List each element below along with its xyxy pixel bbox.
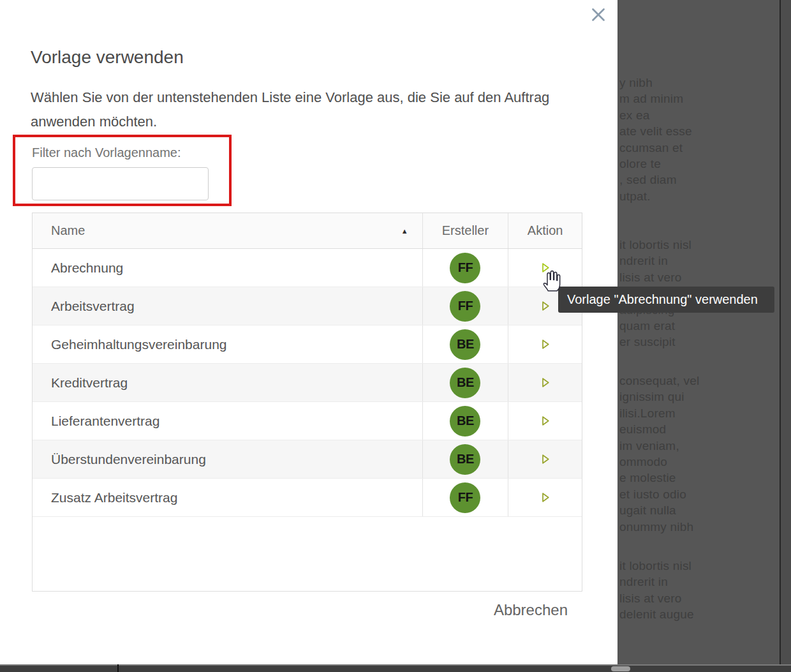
table-body: Abrechnung FF <box>33 249 582 517</box>
use-template-button[interactable] <box>536 450 554 468</box>
background-text-line: , sed diam <box>619 172 780 188</box>
table-header-row: Name ▲ Ersteller Aktion <box>33 213 582 249</box>
background-page-edge <box>780 0 791 672</box>
background-text-line: ndrerit in <box>619 253 780 269</box>
creator-cell: BE <box>423 402 509 440</box>
background-text-line: euismod <box>619 421 780 437</box>
use-template-button[interactable] <box>536 335 554 354</box>
background-text-line: y nibh <box>619 75 780 91</box>
filter-input[interactable] <box>32 167 209 200</box>
use-template-button[interactable] <box>536 412 554 430</box>
creator-initials: BE <box>457 452 474 467</box>
creator-initials: BE <box>457 337 474 352</box>
creator-initials: FF <box>458 260 473 275</box>
background-bottom-divider <box>117 664 119 672</box>
dialog-description: Wählen Sie von der untenstehenden Liste … <box>31 86 551 134</box>
template-name: Zusatz Arbeitsvertrag <box>33 479 423 516</box>
column-header-name-label: Name <box>51 223 85 238</box>
background-text-line: onummy nibh <box>619 519 780 535</box>
play-icon <box>538 414 552 428</box>
template-name: Überstundenvereinbarung <box>33 440 423 478</box>
play-icon <box>538 376 552 389</box>
play-icon <box>538 491 552 504</box>
creator-badge: BE <box>450 406 480 437</box>
background-text-line: ccumsan et <box>619 140 780 156</box>
template-name: Lieferantenvertrag <box>33 402 423 440</box>
template-name: Arbeitsvertrag <box>33 287 423 325</box>
background-text-line: et iusto odio <box>619 486 780 502</box>
table-row[interactable]: Zusatz Arbeitsvertrag FF <box>33 479 582 517</box>
action-cell <box>508 325 582 363</box>
table-row[interactable]: Kreditvertrag BE <box>33 364 582 402</box>
template-name: Abrechnung <box>33 249 423 287</box>
background-text: y nibhm ad minimex eaate velit esseccums… <box>619 0 780 672</box>
sort-ascending-icon: ▲ <box>401 227 408 235</box>
use-template-button[interactable] <box>536 488 554 507</box>
background-text-line: it lobortis nisl <box>619 237 780 253</box>
horizontal-scrollbar-thumb[interactable] <box>611 666 630 671</box>
play-icon <box>538 338 552 351</box>
hand-pointer-cursor-icon <box>540 268 561 292</box>
background-text-line: delenit augue <box>619 606 780 622</box>
background-text-line: ex ea <box>619 107 780 123</box>
cancel-button[interactable]: Abbrechen <box>494 601 568 619</box>
tooltip: Vorlage "Abrechnung" verwenden <box>558 287 774 313</box>
action-cell <box>508 364 582 401</box>
column-header-aktion: Aktion <box>508 213 582 248</box>
creator-badge: BE <box>450 329 480 360</box>
creator-badge: BE <box>450 368 480 398</box>
templates-table: Name ▲ Ersteller Aktion Abrechnung FF <box>32 213 582 592</box>
play-icon <box>538 299 552 313</box>
close-icon <box>588 4 609 26</box>
background-paragraph: consequat, velignissim quiilisi.Loremeui… <box>619 373 780 535</box>
creator-initials: BE <box>457 375 474 390</box>
vorlage-verwenden-dialog: Vorlage verwenden Wählen Sie von der unt… <box>0 0 617 664</box>
background-text-line: ignissim qui <box>619 389 780 405</box>
column-header-name[interactable]: Name ▲ <box>33 213 423 248</box>
background-paragraph: it lobortis nislndrerit inlisis at verod… <box>619 558 780 623</box>
background-text-line: er suscipit <box>619 334 780 350</box>
action-cell <box>508 479 582 516</box>
creator-badge: FF <box>450 482 480 513</box>
table-row[interactable]: Arbeitsvertrag FF <box>33 287 582 325</box>
use-template-button[interactable] <box>536 373 554 392</box>
creator-badge: FF <box>450 291 480 322</box>
background-text-line: quam erat <box>619 318 780 334</box>
background-text-line: lisis at vero <box>619 269 780 285</box>
screen: y nibhm ad minimex eaate velit esseccums… <box>0 0 791 672</box>
action-cell <box>508 440 582 478</box>
background-bottom-bar <box>0 664 791 672</box>
background-text-line: consequat, vel <box>619 373 780 389</box>
background-text-line: e molestie <box>619 470 780 486</box>
background-text-line: olore te <box>619 156 780 172</box>
creator-initials: FF <box>458 299 473 313</box>
table-row[interactable]: Abrechnung FF <box>33 249 582 287</box>
creator-initials: BE <box>457 414 474 428</box>
background-text-line: im veniam, <box>619 438 780 454</box>
creator-cell: BE <box>423 364 509 401</box>
background-text-line: utpat. <box>619 188 780 204</box>
background-text-line: ilisi.Lorem <box>619 405 780 421</box>
template-name: Kreditvertrag <box>33 364 423 401</box>
table-row[interactable]: Lieferantenvertrag BE <box>33 402 582 440</box>
background-text-line: ugait nulla <box>619 502 780 518</box>
background-paragraph: y nibhm ad minimex eaate velit esseccums… <box>619 75 780 204</box>
table-row[interactable]: Überstundenvereinbarung BE <box>33 440 582 479</box>
background-text-line: m ad minim <box>619 91 780 107</box>
creator-badge: FF <box>450 253 480 283</box>
creator-initials: FF <box>458 490 473 505</box>
creator-badge: BE <box>450 444 480 475</box>
action-cell <box>508 402 582 440</box>
table-row[interactable]: Geheimhaltungsvereinbarung BE <box>33 325 582 364</box>
close-button[interactable] <box>584 1 612 29</box>
background-text-line: ndrerit in <box>619 574 780 590</box>
use-template-button[interactable] <box>536 297 554 315</box>
background-text-line: it lobortis nisl <box>619 558 780 574</box>
dialog-title: Vorlage verwenden <box>31 47 184 68</box>
creator-cell: FF <box>423 287 509 325</box>
filter-label: Filter nach Vorlagenname: <box>32 146 181 160</box>
background-text-line: lisis at vero <box>619 590 780 606</box>
play-icon <box>538 452 552 466</box>
template-name: Geheimhaltungsvereinbarung <box>33 325 423 363</box>
column-header-ersteller: Ersteller <box>423 213 509 248</box>
